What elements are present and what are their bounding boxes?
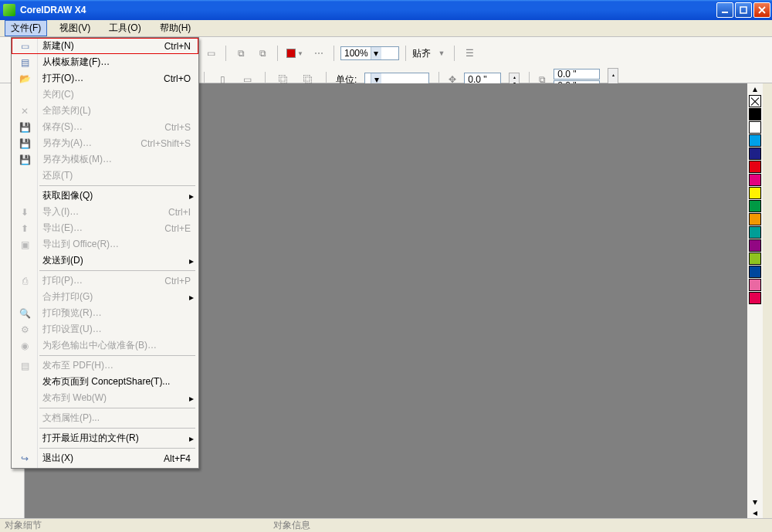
palette-flyout-icon[interactable]: ◂: [749, 507, 761, 518]
menu-item-label: 打印设置(U)…: [42, 323, 191, 336]
menu-item[interactable]: 打开最近用过的文件(R)▸: [12, 430, 198, 446]
color-swatch[interactable]: [749, 279, 761, 291]
separator: [225, 46, 226, 61]
menu-item: ⬇导入(I)…Ctrl+I: [12, 204, 198, 220]
submenu-arrow-icon: ▸: [189, 256, 194, 266]
color-swatch[interactable]: [749, 266, 761, 278]
menu-item-label: 打开(O)…: [42, 72, 164, 85]
color-swatch[interactable]: [749, 134, 761, 147]
separator: [405, 46, 406, 61]
menu-item: 🔍打印预览(R)…: [12, 305, 198, 321]
menu-shortcut: Ctrl+N: [164, 41, 191, 52]
no-color-swatch[interactable]: [749, 95, 761, 107]
submenu-arrow-icon: ▸: [189, 292, 194, 303]
options-icon[interactable]: ⋯: [310, 45, 327, 62]
toolbars: ▭ ⧉ ⧉ ▼ ⋯ 100%▾ 贴齐 ▼ ☰ ▯ ▭ ⿻ ⿻ 单位: ▾ ✥ 0…: [201, 40, 749, 83]
color-swatch[interactable]: [749, 213, 761, 225]
preview-icon: 🔍: [18, 307, 32, 320]
print-icon: ⎙: [18, 275, 32, 287]
color-swatch[interactable]: [749, 108, 761, 120]
menu-item: 💾另存为模板(M)…: [12, 151, 198, 168]
submenu-arrow-icon: ▸: [189, 393, 194, 404]
menu-item: ◉为彩色输出中心做准备(B)…: [12, 337, 198, 354]
zoom-combo[interactable]: 100%▾: [340, 46, 399, 60]
menu-shortcut: Alt+F4: [164, 453, 191, 464]
menu-item-label: 打印预览(R)…: [42, 307, 191, 320]
color-swatch[interactable]: [749, 252, 761, 265]
menu-item-label: 关闭(C): [42, 88, 191, 101]
office-icon: ▣: [18, 239, 32, 251]
menu-item: ✕全部关闭(L): [12, 103, 198, 119]
menu-item-label: 文档属性(P)...: [42, 412, 191, 425]
palette-down-icon[interactable]: ▾: [749, 496, 761, 507]
menu-item[interactable]: 文件(F): [5, 20, 47, 36]
menu-item-label: 发送到(D): [42, 254, 191, 267]
toolbar-icon[interactable]: ☰: [461, 45, 478, 62]
color-swatch[interactable]: [749, 200, 761, 212]
menu-item-label: 合并打印(G): [42, 290, 191, 303]
menu-item: 💾保存(S)…Ctrl+S: [12, 119, 198, 135]
vertical-scrollbar[interactable]: [763, 83, 772, 518]
menu-item: 关闭(C): [12, 86, 198, 103]
color-swatch[interactable]: [749, 174, 761, 186]
dup-x-field[interactable]: 0.0 ": [554, 69, 600, 80]
snap-dropdown[interactable]: ▼: [435, 45, 448, 62]
color-swatch[interactable]: [749, 121, 761, 134]
menu-item[interactable]: 发布页面到 ConceptShare(T)...: [12, 374, 198, 390]
palette-up-icon[interactable]: ▴: [749, 83, 761, 94]
close-button[interactable]: [753, 2, 770, 18]
open-icon: 📂: [18, 73, 32, 85]
menu-item-label: 新建(N): [42, 39, 164, 53]
color-swatch[interactable]: [749, 239, 761, 252]
export-icon: ⬆: [18, 222, 32, 235]
import-icon: ⬇: [18, 206, 32, 219]
toolbar-icon[interactable]: ⧉: [232, 45, 249, 62]
menu-item[interactable]: 发送到(D)▸: [12, 252, 198, 269]
menu-item-label: 为彩色输出中心做准备(B)…: [42, 339, 191, 352]
menu-item-label: 发布至 PDF(H)…: [42, 359, 191, 372]
color-swatch[interactable]: [749, 147, 761, 160]
prepress-icon: ◉: [18, 340, 32, 352]
toolbar-icon[interactable]: ▭: [202, 45, 219, 62]
submenu-arrow-icon: ▸: [189, 191, 194, 202]
menu-separator: [39, 448, 195, 449]
color-swatch[interactable]: [749, 226, 761, 239]
menu-item[interactable]: ▤从模板新建(F)…: [12, 54, 198, 70]
menu-item[interactable]: 工具(O): [103, 20, 147, 36]
svg-rect-1: [740, 7, 747, 13]
color-swatch[interactable]: [749, 292, 761, 304]
menu-item[interactable]: 📂打开(O)…Ctrl+O: [12, 70, 198, 86]
minimize-button[interactable]: [716, 2, 733, 18]
zoom-value: 100%: [344, 48, 368, 59]
menu-item-label: 另存为(A)…: [42, 137, 141, 150]
menu-separator: [39, 408, 195, 408]
maximize-button[interactable]: [735, 2, 752, 18]
menu-item-label: 打开最近用过的文件(R): [42, 432, 191, 445]
svg-rect-0: [722, 12, 728, 13]
menu-item[interactable]: ↪退出(X)Alt+F4: [12, 450, 198, 466]
menu-item-label: 还原(T): [42, 169, 191, 182]
color-swatch[interactable]: [749, 187, 761, 199]
menu-shortcut: Ctrl+Shift+S: [141, 138, 191, 149]
menu-item[interactable]: 视图(V): [53, 20, 96, 36]
menu-item: ▣导出到 Office(R)…: [12, 236, 198, 252]
menu-item[interactable]: 帮助(H): [154, 20, 198, 36]
menu-item[interactable]: 获取图像(Q)▸: [12, 188, 198, 204]
app-title: CorelDRAW X4: [20, 5, 716, 15]
menu-item-label: 发布页面到 ConceptShare(T)...: [42, 375, 191, 388]
color-swatch[interactable]: [749, 161, 761, 173]
toolbar-icon[interactable]: ⧉: [254, 45, 271, 62]
titlebar: CorelDRAW X4: [0, 0, 772, 20]
menu-item: 合并打印(G)▸: [12, 289, 198, 305]
color-palette: ▴ ▾ ◂: [747, 83, 763, 518]
menu-item[interactable]: ▭新建(N)Ctrl+N: [12, 38, 198, 54]
menu-item: 发布到 Web(W)▸: [12, 390, 198, 406]
fill-color-picker[interactable]: ▼: [284, 45, 306, 62]
menubar: 文件(F)视图(V)工具(O)帮助(H): [0, 20, 772, 37]
menu-item: ⎙打印(P)…Ctrl+P: [12, 273, 198, 289]
separator: [454, 46, 455, 61]
status-left: 对象细节: [5, 519, 42, 532]
snap-label: 贴齐: [412, 47, 431, 60]
menu-shortcut: Ctrl+E: [164, 223, 191, 234]
status-right: 对象信息: [273, 519, 310, 532]
